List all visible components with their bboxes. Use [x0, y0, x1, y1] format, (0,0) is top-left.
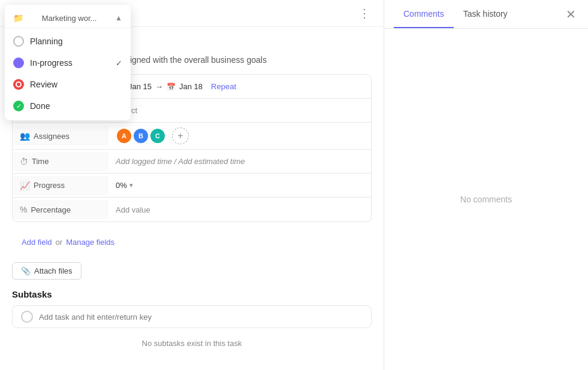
- dropdown-item-label-in-progress: In-progress: [30, 58, 73, 68]
- chevron-down-icon: ▾: [129, 181, 133, 189]
- empty-circle-icon: [21, 311, 33, 323]
- dropdown-header-text: Marketing wor...: [42, 14, 97, 23]
- repeat-link[interactable]: Repeat: [211, 82, 236, 91]
- close-button[interactable]: ✕: [563, 5, 578, 24]
- field-label-percentage: % Percentage: [13, 200, 108, 219]
- add-subtask-row: [12, 305, 372, 328]
- progress-value: 0% ▾: [116, 181, 133, 190]
- check-icon: ✓: [116, 59, 122, 68]
- dropdown-item-planning[interactable]: Planning: [5, 31, 131, 52]
- chevron-up-icon[interactable]: ▲: [115, 14, 122, 22]
- no-subtasks-message: No subtasks exist in this task: [12, 334, 372, 353]
- avatar-2: B: [132, 128, 149, 144]
- paperclip-icon: 📎: [21, 266, 31, 275]
- tab-task-history[interactable]: Task history: [454, 1, 517, 28]
- right-panel: Comments Task history ✕ No comments: [384, 0, 588, 370]
- dropdown-item-label-done: Done: [30, 101, 50, 111]
- manage-fields-link[interactable]: Manage fields: [66, 238, 114, 247]
- add-field-link[interactable]: Add field: [22, 238, 52, 247]
- field-value-assignees[interactable]: A B C +: [108, 123, 371, 149]
- field-row-time: ⏱ Time Add logged time / Add estimated t…: [13, 150, 371, 174]
- avatar-3: C: [149, 128, 166, 144]
- field-value-time[interactable]: Add logged time / Add estimated time: [108, 152, 371, 171]
- dropdown-item-label-review: Review: [30, 80, 58, 89]
- field-row-percentage: % Percentage Add value: [13, 198, 371, 222]
- field-value-progress[interactable]: 0% ▾: [108, 176, 371, 195]
- dropdown-item-review[interactable]: Review: [5, 74, 131, 95]
- dropdown-item-label-planning: Planning: [30, 37, 63, 46]
- svg-point-0: [16, 82, 21, 87]
- calendar-icon-3: 📅: [167, 83, 176, 91]
- field-row-assignees: 👥 Assignees A B C +: [13, 123, 371, 150]
- or-text: or: [56, 238, 63, 247]
- purple-circle-icon: [13, 57, 24, 68]
- add-field-row: Add field or Manage fields: [12, 232, 372, 253]
- field-value-start-due[interactable]: 📅 Jan 15 → 📅 Jan 18 Repeat: [108, 77, 371, 96]
- field-value-labels[interactable]: Select: [108, 101, 371, 120]
- field-value-percentage[interactable]: Add value: [108, 201, 371, 219]
- red-circle-icon: [13, 79, 24, 90]
- clock-icon: ⏱: [20, 157, 28, 166]
- no-comments-message: No comments: [384, 29, 588, 370]
- status-dropdown-menu: 📁 Marketing wor... ▲ Planning In-progres…: [5, 5, 131, 120]
- tab-comments[interactable]: Comments: [394, 1, 454, 28]
- circle-icon-planning: [13, 36, 24, 47]
- progress-icon: 📈: [20, 181, 30, 190]
- add-subtask-input[interactable]: [39, 313, 363, 322]
- avatar-1: A: [116, 128, 132, 144]
- subtasks-title: Subtasks: [12, 289, 372, 299]
- assignees-icon: 👥: [20, 131, 30, 141]
- field-label-assignees: 👥 Assignees: [13, 126, 108, 145]
- more-options-button[interactable]: ⋮: [355, 5, 374, 22]
- dropdown-header: 📁 Marketing wor... ▲: [5, 8, 131, 28]
- field-label-time: ⏱ Time: [13, 152, 108, 171]
- attach-files-button[interactable]: 📎 Attach files: [12, 262, 82, 280]
- field-label-progress: 📈 Progress: [13, 176, 108, 195]
- percentage-icon: %: [20, 205, 27, 214]
- add-assignee-button[interactable]: +: [172, 128, 189, 144]
- dropdown-item-in-progress[interactable]: In-progress ✓: [5, 52, 131, 74]
- folder-icon: 📁: [13, 13, 23, 23]
- right-panel-header: Comments Task history ✕: [384, 0, 588, 29]
- field-row-progress: 📈 Progress 0% ▾: [13, 174, 371, 198]
- green-check-icon: ✓: [13, 101, 24, 111]
- subtasks-section: Subtasks No subtasks exist in this task: [0, 289, 384, 353]
- dropdown-item-done[interactable]: ✓ Done: [5, 95, 131, 117]
